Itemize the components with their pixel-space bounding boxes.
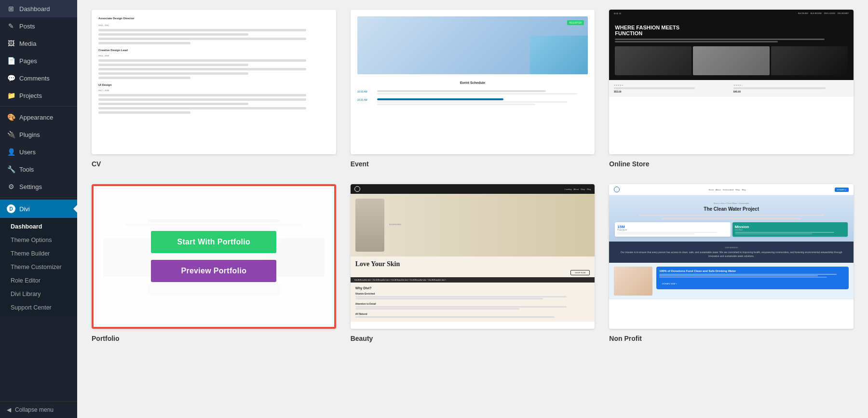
event-title: Event Schedule — [357, 78, 588, 86]
sidebar-item-users[interactable]: 👤 Users — [0, 143, 77, 161]
nonprofit-bottom-image — [614, 267, 652, 296]
beauty-feature-2: Attention to Detail — [355, 302, 590, 310]
theme-grid: Associate Design Director 2016 – 2021 Cr… — [92, 10, 854, 344]
nonprofit-nav: HomeAboutGet InvolvedShopBlog — [708, 189, 746, 191]
collapse-icon: ◀ — [7, 406, 11, 413]
beauty-ticker: Get A Beautiful skin • Get A Beautiful s… — [351, 277, 595, 283]
event-mock-image: REGISTER — [357, 16, 588, 74]
nonprofit-bottom: 100% of Donations Fund Clean and Safe Dr… — [609, 263, 854, 299]
sidebar-item-dashboard-label: Dashboard — [19, 5, 50, 13]
sidebar-item-posts-label: Posts — [19, 23, 35, 30]
theme-card-online-store: ▤ ▤ ▤ BLK BLINGBLK BOUNDFEEL GOODDIG MON… — [609, 10, 854, 170]
users-icon: 👤 — [7, 148, 15, 156]
event-row-2: 10:20 AM — [357, 98, 588, 105]
sidebar-submenu-role-editor[interactable]: Role Editor — [0, 274, 77, 287]
nonprofit-card-2: Mission Clean Water — [732, 222, 848, 237]
theme-preview-event[interactable]: REGISTER Event Schedule 10:00 AM 10:20 A… — [351, 10, 595, 154]
sidebar-item-appearance[interactable]: 🎨 Appearance — [0, 108, 77, 126]
preview-portfolio-button[interactable]: Preview Portfolio — [151, 260, 276, 282]
store-headline: WHERE FASHION MEETSFUNCTION — [615, 25, 848, 36]
sidebar-submenu-divi-library[interactable]: Divi Library — [0, 287, 77, 301]
beauty-title: Love Your Skin — [351, 256, 595, 270]
sidebar-item-pages[interactable]: 📄 Pages — [0, 52, 77, 69]
collapse-label: Collapse menu — [15, 406, 54, 413]
sidebar-item-divi[interactable]: D Divi — [0, 200, 77, 218]
sidebar-item-comments[interactable]: 💬 Comments — [0, 69, 77, 87]
sidebar-submenu-divi: Dashboard Theme Options Theme Builder Th… — [0, 218, 77, 316]
theme-card-cv: Associate Design Director 2016 – 2021 Cr… — [92, 10, 336, 170]
projects-icon: 📁 — [7, 92, 15, 99]
sidebar-divi-label: Divi — [19, 205, 30, 213]
event-row-1: 10:00 AM — [357, 90, 588, 94]
theme-preview-beauty[interactable]: LandingAboutShopBlog NOURISHING Love You… — [351, 184, 595, 329]
pages-icon: 📄 — [7, 57, 15, 65]
divi-icon: D — [7, 204, 15, 213]
nonprofit-nav-btn: DONATE ▸ — [835, 188, 849, 192]
sidebar-submenu-theme-options[interactable]: Theme Options — [0, 233, 77, 247]
sidebar-submenu-support-center[interactable]: Support Center — [0, 301, 77, 314]
sidebar-item-tools-label: Tools — [19, 166, 34, 173]
nonprofit-hero: Best-in-class • Clean Water • Sustainabl… — [609, 195, 854, 242]
sidebar-item-users-label: Users — [19, 148, 36, 156]
main-content: Associate Design Director 2016 – 2021 Cr… — [77, 0, 868, 418]
sidebar-item-dashboard[interactable]: ⊞ Dashboard — [0, 0, 77, 17]
beauty-nav: LandingAboutShopBlog — [565, 188, 591, 190]
event-mock: REGISTER Event Schedule 10:00 AM 10:20 A… — [351, 10, 595, 112]
sidebar-item-settings-label: Settings — [19, 183, 42, 190]
theme-card-beauty: LandingAboutShopBlog NOURISHING Love You… — [351, 184, 595, 344]
theme-label-beauty: Beauty — [351, 333, 595, 344]
nonprofit-header: HomeAboutGet InvolvedShopBlog DONATE ▸ — [609, 184, 854, 195]
theme-preview-non-profit[interactable]: HomeAboutGet InvolvedShopBlog DONATE ▸ B… — [609, 184, 854, 329]
nonprofit-title: The Clean Water Project — [615, 206, 848, 212]
sidebar-submenu-theme-customizer[interactable]: Theme Customizer — [0, 260, 77, 274]
beauty-feature-1: Vitamin Enriched — [355, 292, 590, 299]
dashboard-icon: ⊞ — [7, 5, 15, 13]
media-icon: 🖼 — [7, 40, 15, 47]
theme-label-cv: CV — [92, 158, 336, 170]
sidebar-submenu-dashboard[interactable]: Dashboard — [0, 220, 77, 233]
nonprofit-logo — [614, 187, 620, 192]
sidebar-item-tools[interactable]: 🔧 Tools — [0, 161, 77, 178]
tools-icon: 🔧 — [7, 165, 15, 173]
nonprofit-donate-btn[interactable]: DONATE NOW » — [659, 282, 680, 286]
store-images — [615, 46, 848, 75]
theme-preview-online-store[interactable]: ▤ ▤ ▤ BLK BLINGBLK BOUNDFEEL GOODDIG MON… — [609, 10, 854, 154]
nonprofit-cards: 15M People Served Mission Clean Water — [615, 222, 848, 237]
theme-preview-portfolio[interactable]: Start With Portfolio Preview Portfolio — [92, 184, 336, 329]
sidebar-item-comments-label: Comments — [19, 75, 50, 82]
start-with-portfolio-button[interactable]: Start With Portfolio — [151, 231, 276, 253]
beauty-why-divi: Why Divi? — [355, 286, 590, 290]
sidebar-item-pages-label: Pages — [19, 57, 37, 65]
sidebar-item-media[interactable]: 🖼 Media — [0, 35, 77, 52]
comments-icon: 💬 — [7, 74, 15, 82]
nonprofit-card-1: 15M People Served — [615, 222, 730, 237]
posts-icon: ✎ — [7, 22, 15, 30]
sidebar-item-posts[interactable]: ✎ Posts — [0, 17, 77, 35]
theme-card-portfolio: Start With Portfolio Preview Portfolio P… — [92, 184, 336, 344]
sidebar-item-plugins[interactable]: 🔌 Plugins — [0, 126, 77, 143]
theme-label-non-profit: Non Profit — [609, 333, 854, 344]
beauty-header: LandingAboutShopBlog — [351, 184, 595, 194]
collapse-menu[interactable]: ◀ Collapse menu — [0, 401, 77, 418]
nonprofit-mock: HomeAboutGet InvolvedShopBlog DONATE ▸ B… — [609, 184, 854, 299]
theme-preview-cv[interactable]: Associate Design Director 2016 – 2021 Cr… — [92, 10, 336, 154]
portfolio-overlay: Start With Portfolio Preview Portfolio — [94, 186, 334, 327]
beauty-feature-3: All Natural — [355, 312, 590, 318]
theme-card-non-profit: HomeAboutGet InvolvedShopBlog DONATE ▸ B… — [609, 184, 854, 344]
beauty-logo — [354, 186, 360, 192]
sidebar-submenu-theme-builder[interactable]: Theme Builder — [0, 247, 77, 260]
event-badge: REGISTER — [567, 20, 584, 25]
theme-label-portfolio: Portfolio — [92, 333, 336, 344]
sidebar-item-settings[interactable]: ⚙ Settings — [0, 178, 77, 195]
nonprofit-mission-text: Our mission is to ensure that every pers… — [615, 250, 848, 258]
sidebar-item-projects[interactable]: 📁 Projects — [0, 87, 77, 104]
sidebar-divi-arrow — [73, 205, 77, 213]
plugins-icon: 🔌 — [7, 131, 15, 138]
cv-mock: Associate Design Director 2016 – 2021 Cr… — [92, 10, 336, 122]
sidebar-item-projects-label: Projects — [19, 92, 42, 99]
nonprofit-donate-card: 100% of Donations Fund Clean and Safe Dr… — [656, 267, 849, 289]
store-mock: ▤ ▤ ▤ BLK BLINGBLK BOUNDFEEL GOODDIG MON… — [609, 10, 854, 97]
nonprofit-dark-section: OUR MISSION Our mission is to ensure tha… — [609, 242, 854, 263]
sidebar-item-plugins-label: Plugins — [19, 131, 40, 138]
appearance-icon: 🎨 — [7, 113, 15, 121]
